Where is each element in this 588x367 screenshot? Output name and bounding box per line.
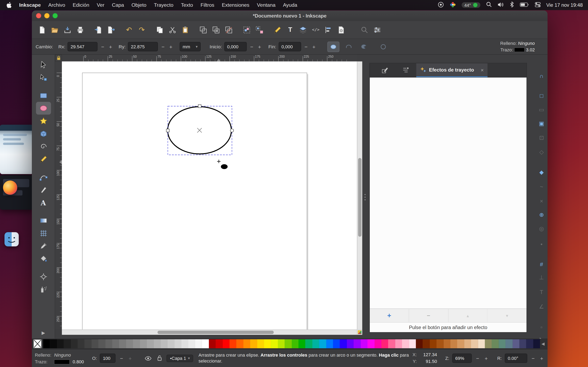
arc-handle[interactable]	[230, 129, 234, 132]
align-distribute-button[interactable]	[322, 24, 335, 36]
ellipse-mode-button[interactable]	[327, 42, 339, 52]
cut-button[interactable]	[166, 24, 179, 36]
palette-swatch[interactable]	[223, 339, 229, 348]
palette-swatch[interactable]	[395, 339, 402, 348]
palette-swatch[interactable]	[167, 339, 174, 348]
snap-rotation-center[interactable]: ∠	[536, 302, 548, 311]
color-managed-view-toggle[interactable]	[357, 329, 362, 335]
undo-button[interactable]: ↶	[123, 24, 135, 36]
copy-button[interactable]	[153, 24, 166, 36]
rx-input[interactable]: 29.547	[68, 42, 98, 51]
vertical-scrollbar-thumb[interactable]	[358, 158, 362, 237]
menubar-item-texto[interactable]: Texto	[177, 2, 197, 8]
palette-swatch[interactable]	[98, 339, 105, 348]
snap-text-baseline[interactable]: T	[536, 287, 548, 296]
text-tool[interactable]: A	[36, 196, 51, 209]
dock-resize-handle[interactable]	[363, 186, 366, 208]
start-increase-button[interactable]: +	[257, 44, 263, 49]
save-document-button[interactable]	[61, 24, 74, 36]
menubar-item-trayecto[interactable]: Trayecto	[150, 2, 177, 8]
menubar-app-name[interactable]: Inkscape	[15, 2, 44, 8]
make-whole-ellipse-button[interactable]	[378, 42, 389, 52]
palette-swatch[interactable]	[361, 339, 367, 348]
end-increase-button[interactable]: +	[311, 44, 317, 49]
ry-increase-button[interactable]: +	[168, 44, 174, 49]
snap-line-midpoints[interactable]: •	[536, 239, 548, 248]
zoom-increase-button[interactable]: +	[484, 356, 489, 361]
rotation-decrease-button[interactable]: −	[530, 356, 536, 361]
rotation-input[interactable]: 0.00°	[505, 354, 527, 363]
palette-swatch[interactable]	[50, 339, 57, 348]
vertical-ruler[interactable]: 0255075100125150175200225250	[55, 61, 62, 329]
palette-swatch[interactable]	[402, 339, 409, 348]
palette-swatch[interactable]	[388, 339, 395, 348]
start-decrease-button[interactable]: −	[249, 44, 255, 49]
text-dialog-button[interactable]: T	[284, 24, 296, 36]
spray-tool[interactable]	[36, 283, 51, 296]
snap-bbox-edges[interactable]: ▭	[536, 105, 548, 114]
palette-swatch[interactable]	[250, 339, 257, 348]
palette-swatch[interactable]	[416, 339, 423, 348]
pinwheel-app-icon[interactable]	[450, 1, 456, 9]
screen-record-icon[interactable]	[438, 1, 444, 9]
horizontal-scrollbar[interactable]	[62, 329, 357, 335]
palette-swatch[interactable]	[464, 339, 471, 348]
palette-swatch[interactable]	[264, 339, 271, 348]
palette-swatch[interactable]	[292, 339, 298, 348]
end-input[interactable]: 0,000	[278, 42, 301, 51]
move-effect-up-button[interactable]: ▴	[448, 309, 488, 322]
palette-swatch[interactable]	[512, 339, 519, 348]
bezier-pen-tool[interactable]	[36, 171, 51, 184]
menubar-item-archivo[interactable]: Archivo	[44, 2, 69, 8]
snap-bounding-box[interactable]: □	[536, 91, 548, 100]
snap-guides[interactable]: ⊥	[536, 273, 548, 282]
palette-swatch[interactable]	[506, 339, 512, 348]
palette-swatch[interactable]	[492, 339, 499, 348]
firefox-icon[interactable]	[3, 180, 17, 195]
arc-segment-mode-button[interactable]	[358, 42, 369, 52]
palette-swatch[interactable]	[347, 339, 354, 348]
palette-swatch[interactable]	[485, 339, 492, 348]
snap-cusp-nodes[interactable]: ⊕	[536, 210, 548, 219]
spotlight-search-icon[interactable]	[486, 1, 492, 8]
snap-master-toggle[interactable]: ∩	[536, 71, 548, 80]
current-layer-selector[interactable]: •Capa 1 ▾	[167, 354, 193, 362]
palette-swatch[interactable]	[147, 339, 154, 348]
palette-swatch[interactable]	[430, 339, 437, 348]
palette-swatch[interactable]	[174, 339, 181, 348]
palette-swatch[interactable]	[443, 339, 450, 348]
palette-scroll-arrow[interactable]: ◀	[540, 341, 546, 346]
opacity-increase-button[interactable]: +	[127, 356, 133, 361]
palette-swatch[interactable]	[209, 339, 216, 348]
palette-swatch[interactable]	[160, 339, 167, 348]
temperature-badge[interactable]: 44°	[462, 2, 480, 8]
remove-effect-button[interactable]: −	[409, 309, 448, 322]
calligraphy-tool[interactable]	[36, 184, 51, 196]
mesh-gradient-tool[interactable]	[36, 227, 51, 240]
palette-swatch[interactable]	[202, 339, 209, 348]
pencil-tool[interactable]	[36, 153, 51, 165]
palette-swatch[interactable]	[71, 339, 78, 348]
tab-fill-stroke[interactable]	[374, 63, 395, 77]
menubar-item-ver[interactable]: Ver	[93, 2, 108, 8]
volume-icon[interactable]	[498, 2, 504, 8]
battery-icon[interactable]	[520, 2, 529, 8]
ellipse-tool[interactable]	[36, 102, 51, 115]
palette-swatch[interactable]	[43, 339, 50, 348]
end-decrease-button[interactable]: −	[303, 44, 309, 49]
palette-swatch[interactable]	[319, 339, 326, 348]
spiral-tool[interactable]	[36, 140, 51, 153]
palette-swatch[interactable]	[229, 339, 236, 348]
snap-path-intersections[interactable]: ×	[536, 196, 548, 205]
print-button[interactable]	[74, 24, 86, 36]
palette-swatch[interactable]	[119, 339, 126, 348]
ry-handle[interactable]	[198, 105, 201, 108]
duplicate-button[interactable]	[197, 24, 209, 36]
layer-lock-toggle[interactable]	[155, 354, 164, 362]
selector-tool[interactable]	[36, 58, 51, 71]
palette-swatch[interactable]	[112, 339, 119, 348]
dropper-tool[interactable]	[36, 240, 51, 252]
export-button[interactable]	[104, 24, 117, 36]
rx-decrease-button[interactable]: −	[100, 44, 105, 49]
fill-stroke-dialog-button[interactable]	[271, 24, 284, 36]
